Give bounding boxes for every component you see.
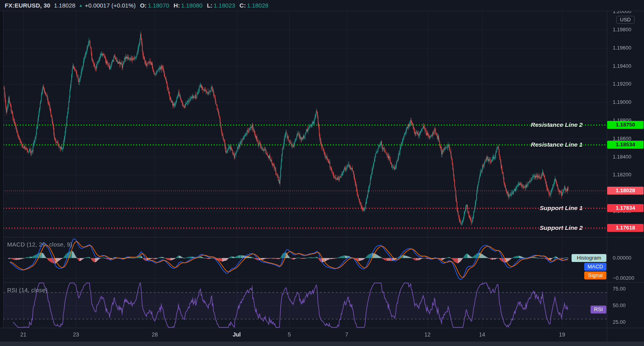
last-price: 1.18028 (54, 2, 75, 9)
price-axis-tick: 1.19400 (613, 63, 631, 69)
time-axis-label: 12 (424, 331, 431, 338)
close-value: 1.18028 (247, 2, 268, 9)
rsi-axis-tick: 25.00 (613, 319, 626, 325)
price-level-tag-support-line-1: 1.17834 (607, 204, 644, 212)
rsi-axis-tick: 75.00 (613, 286, 626, 292)
price-axis-tick: 1.19000 (613, 99, 631, 105)
high-label: H: (174, 2, 180, 9)
open-value: 1.18070 (148, 2, 169, 9)
time-axis-label: 19 (559, 331, 565, 338)
time-axis-label: 7 (345, 331, 348, 338)
time-axis-label: 28 (152, 331, 158, 338)
low-value: 1.18023 (214, 2, 235, 9)
price-level-tag-last-price: 1.18028 (607, 187, 644, 195)
price-level-tag-support-line-2: 1.17618 (607, 224, 644, 232)
currency-badge[interactable]: USD (616, 16, 635, 24)
macd-axis-tick: −0.00200 (613, 275, 635, 281)
legend-bar: FX:EURUSD, 30 1.18028 ▲ +0.00017 (+0.01%… (0, 0, 644, 11)
price-up-arrow-icon: ▲ (79, 3, 83, 8)
macd-axis-tick: 0.00000 (613, 255, 631, 261)
price-axis-tick: 1.18200 (613, 172, 631, 178)
signal-badge: Signal (584, 271, 606, 279)
price-level-tag-resistance-line-1: 1.18534 (607, 141, 644, 149)
price-axis-tick: 1.18400 (613, 154, 631, 160)
high-value: 1.18080 (181, 2, 202, 9)
level-label-resistance-line-2[interactable]: Resistance Line 2 (531, 121, 583, 129)
price-axis[interactable]: 1.200001.198001.196001.194001.192001.190… (607, 11, 644, 328)
price-level-tag-resistance-line-2: 1.18750 (607, 121, 644, 129)
price-change: +0.00017 (+0.01%) (85, 2, 135, 9)
rsi-indicator-title: RSI (14, close) (7, 287, 47, 293)
time-axis-label: 14 (479, 331, 485, 338)
symbol-name[interactable]: FX:EURUSD, 30 (5, 2, 50, 9)
macd-indicator-title: MACD (12, 26, close, 9) (7, 241, 72, 248)
bottom-bar (0, 342, 644, 346)
level-label-resistance-line-1[interactable]: Resistance Line 1 (531, 141, 583, 149)
open-label: O: (140, 2, 147, 9)
histogram-badge: Histogram (572, 254, 606, 262)
rsi-axis-tick: 50.00 (613, 302, 626, 309)
price-axis-tick: 1.19800 (613, 27, 631, 33)
low-label: L: (207, 2, 213, 9)
macd-badge: MACD (584, 263, 606, 271)
chart-window: FX:EURUSD, 30 1.18028 ▲ +0.00017 (+0.01%… (0, 0, 644, 346)
price-chart-canvas[interactable] (0, 0, 644, 346)
level-label-support-line-1[interactable]: Support Line 1 (540, 204, 583, 212)
time-axis-label: 21 (20, 331, 27, 338)
price-axis-tick: 1.19200 (613, 81, 631, 87)
level-label-support-line-2[interactable]: Support Line 2 (540, 224, 583, 232)
time-axis-label: 5 (288, 331, 291, 338)
time-axis-label: Jul (233, 331, 241, 338)
price-axis-tick: 1.19600 (613, 45, 631, 51)
time-axis[interactable]: 212328Jul57121419 (0, 328, 607, 342)
close-label: C: (239, 2, 246, 9)
rsi-badge: RSI (591, 306, 606, 314)
time-axis-label: 23 (73, 331, 79, 338)
